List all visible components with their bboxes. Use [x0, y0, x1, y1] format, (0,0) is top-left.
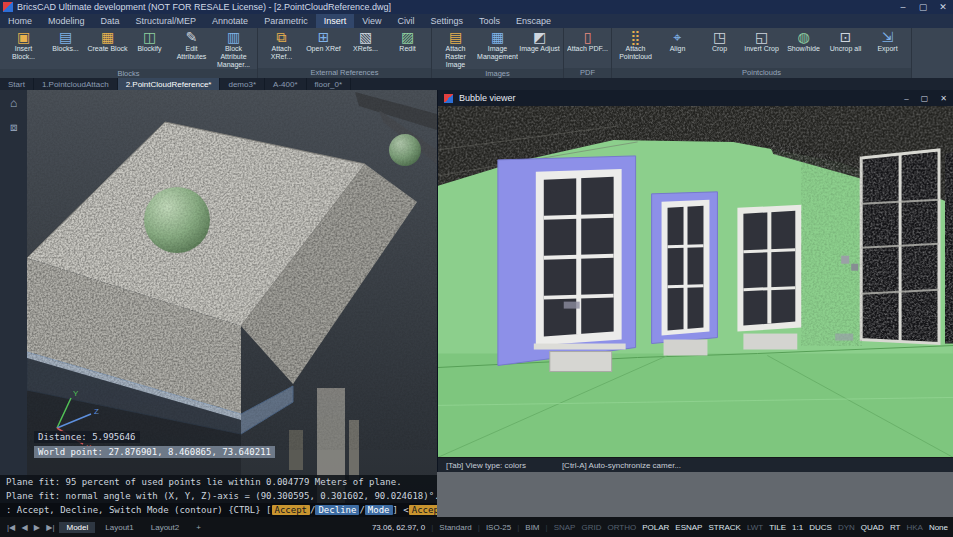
bubble-viewer-canvas[interactable]	[438, 106, 953, 458]
doc-tab-start[interactable]: Start	[0, 78, 34, 90]
attach-pointcloud-button[interactable]: ⣿ Attach Pointcloud	[615, 29, 656, 61]
command-history-line: Plane fit: 95 percent of used points lie…	[0, 475, 437, 489]
bubble-status-sync: [Ctrl-A] Auto-synchronize camer...	[562, 461, 681, 470]
keyword-decline[interactable]: Decline	[315, 505, 359, 515]
toggle-esnap[interactable]: ESNAP	[675, 523, 702, 532]
blockify-button[interactable]: ◫ Blockify	[129, 29, 170, 53]
edit-attributes-icon: ✎	[186, 29, 198, 45]
bubble-minimize-icon[interactable]: –	[904, 94, 908, 103]
crop-icon: ◳	[713, 29, 726, 45]
toggle-snap[interactable]: SNAP	[554, 523, 576, 532]
keyword-default-accept[interactable]: Accept	[409, 505, 437, 515]
tab-modeling[interactable]: Modeling	[40, 14, 93, 28]
prev-layout-icon[interactable]: ◀	[19, 523, 29, 532]
minimize-icon[interactable]: –	[893, 0, 913, 14]
tab-home[interactable]: Home	[0, 14, 40, 28]
bubble-close-icon[interactable]: ✕	[940, 94, 947, 103]
keyword-mode[interactable]: Mode	[365, 505, 393, 515]
add-layout-button[interactable]: +	[189, 522, 208, 533]
doc-tab-pointcloudattach[interactable]: 1.PointcloudAttach	[34, 78, 118, 90]
bubble-maximize-icon[interactable]: ▢	[921, 94, 929, 103]
tab-civil[interactable]: Civil	[390, 14, 423, 28]
first-layout-icon[interactable]: |◀	[5, 523, 17, 532]
align-pointcloud-button[interactable]: ⌖ Align	[657, 29, 698, 53]
window-title: BricsCAD Ultimate development (NOT FOR R…	[17, 2, 391, 12]
doc-tab-demo3[interactable]: demo3*	[220, 78, 265, 90]
command-prompt[interactable]: : Accept, Decline, Switch Mode (contour)…	[0, 503, 437, 517]
uncrop-all-button[interactable]: ⊡ Uncrop all	[825, 29, 866, 53]
open-xref-icon: ⊞	[318, 29, 330, 45]
layout-tab-model[interactable]: Model	[59, 522, 95, 533]
ribbon-group-pointclouds: ⣿ Attach Pointcloud ⌖ Align ◳ Crop ◱ Inv…	[612, 28, 912, 78]
tab-insert[interactable]: Insert	[316, 14, 355, 28]
toggle-polar[interactable]: POLAR	[642, 523, 669, 532]
attach-raster-image-button[interactable]: ▤ Attach Raster Image	[435, 29, 476, 69]
next-layout-icon[interactable]: ▶	[32, 523, 42, 532]
attach-pdf-icon: ▯	[584, 29, 592, 45]
show-hide-button[interactable]: ◍ Show/hide	[783, 29, 824, 53]
tab-structural-mep[interactable]: Structural/MEP	[128, 14, 205, 28]
tab-settings[interactable]: Settings	[423, 14, 472, 28]
toggle-grid[interactable]: GRID	[581, 523, 601, 532]
toggle-ortho[interactable]: ORTHO	[607, 523, 636, 532]
toggle-dyn[interactable]: DYN	[838, 523, 855, 532]
insert-block-icon: ▣	[17, 29, 30, 45]
bubble-viewer-status-bar: [Tab] View type: colors [Ctrl-A] Auto-sy…	[438, 458, 953, 472]
doc-tab-floor0[interactable]: floor_0*	[307, 78, 352, 90]
tab-annotate[interactable]: Annotate	[204, 14, 256, 28]
edit-attributes-button[interactable]: ✎ Edit Attributes	[171, 29, 212, 61]
current-dim-style[interactable]: ISO-25	[486, 523, 511, 532]
tab-enscape[interactable]: Enscape	[508, 14, 559, 28]
views-icon[interactable]: ⧈	[10, 120, 18, 134]
maximize-icon[interactable]: ▢	[913, 0, 933, 14]
block-attribute-manager-button[interactable]: ▥ Block Attribute Manager...	[213, 29, 254, 69]
export-pointcloud-button[interactable]: ⇲ Export	[867, 29, 908, 53]
command-history-line: Plane fit: normal angle with (X, Y, Z)-a…	[0, 489, 437, 503]
bubble-viewer-title-bar[interactable]: Bubble viewer – ▢ ✕	[438, 90, 953, 106]
attach-xref-button[interactable]: ⧉ Attach XRef...	[261, 29, 302, 61]
home-icon[interactable]: ⌂	[10, 96, 17, 110]
ribbon-group-external-references: ⧉ Attach XRef... ⊞ Open XRef ▧ XRefs... …	[258, 28, 432, 78]
xrefs-button[interactable]: ▧ XRefs...	[345, 29, 386, 53]
tab-data[interactable]: Data	[93, 14, 128, 28]
toggle-ducs[interactable]: DUCS	[809, 523, 832, 532]
layout-tab-layout1[interactable]: Layout1	[98, 522, 140, 533]
redit-button[interactable]: ▨ Redit	[387, 29, 428, 53]
world-point-readout: World point: 27.876901, 8.460865, 73.640…	[34, 446, 275, 458]
cursor-coordinates: 73.06, 62.97, 0	[372, 523, 425, 532]
crop-pointcloud-button[interactable]: ◳ Crop	[699, 29, 740, 53]
insert-block-button[interactable]: ▣ Insert Block...	[3, 29, 44, 61]
toggle-tile[interactable]: TILE	[769, 523, 786, 532]
keyword-accept[interactable]: Accept	[272, 505, 311, 515]
create-block-button[interactable]: ▦ Create Block	[87, 29, 128, 53]
image-adjust-icon: ◩	[533, 29, 546, 45]
invert-crop-button[interactable]: ◱ Invert Crop	[741, 29, 782, 53]
doc-tab-pointcloudreference[interactable]: 2.PointCloudReference*	[118, 78, 221, 90]
toggle-rt[interactable]: RT	[890, 523, 901, 532]
attach-pdf-button[interactable]: ▯ Attach PDF...	[567, 29, 608, 53]
toggle-hka[interactable]: HKA	[906, 523, 922, 532]
toggle-quad[interactable]: QUAD	[861, 523, 884, 532]
toggle-scale[interactable]: 1:1	[792, 523, 803, 532]
annotation-scale-none[interactable]: None	[929, 523, 948, 532]
distance-readout: Distance: 5.995646	[34, 431, 140, 443]
toggle-strack[interactable]: STRACK	[708, 523, 740, 532]
create-block-icon: ▦	[101, 29, 114, 45]
close-icon[interactable]: ✕	[933, 0, 953, 14]
attach-xref-icon: ⧉	[277, 29, 287, 45]
doc-tab-a400[interactable]: A-400*	[265, 78, 306, 90]
ribbon-group-images: ▤ Attach Raster Image ▦ Image Management…	[432, 28, 564, 78]
tab-tools[interactable]: Tools	[471, 14, 508, 28]
last-layout-icon[interactable]: ▶|	[44, 523, 56, 532]
title-bar: BricsCAD Ultimate development (NOT FOR R…	[0, 0, 953, 14]
image-management-button[interactable]: ▦ Image Management	[477, 29, 518, 61]
tab-view[interactable]: View	[354, 14, 389, 28]
open-xref-button[interactable]: ⊞ Open XRef	[303, 29, 344, 53]
blocks-panel-button[interactable]: ▤ Blocks...	[45, 29, 86, 53]
toggle-lwt[interactable]: LWT	[747, 523, 763, 532]
current-workspace[interactable]: BIM	[525, 523, 539, 532]
layout-tab-layout2[interactable]: Layout2	[144, 522, 186, 533]
current-style[interactable]: Standard	[439, 523, 471, 532]
tab-parametric[interactable]: Parametric	[256, 14, 316, 28]
image-adjust-button[interactable]: ◩ Image Adjust	[519, 29, 560, 53]
